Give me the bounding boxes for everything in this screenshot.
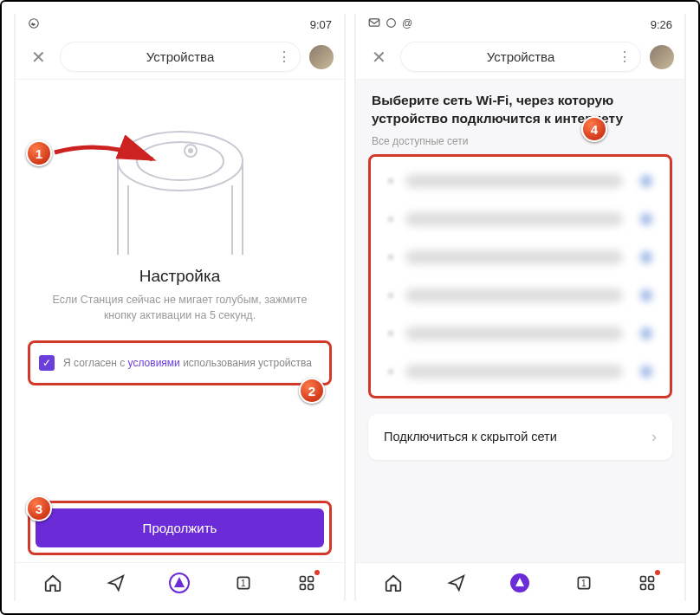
whatsapp-icon	[386, 17, 397, 31]
consent-suffix: использования устройства	[180, 357, 312, 369]
page-title-pill[interactable]: Устройства ⋮	[60, 42, 301, 72]
terms-link[interactable]: условиями	[128, 357, 180, 369]
more-icon[interactable]: ⋮	[277, 49, 291, 65]
phone-left: 9:07 ✕ Устройства ⋮ Настройка Если С	[14, 14, 346, 601]
avatar[interactable]	[650, 45, 674, 69]
setup-description: Если Станция сейчас не мигает голубым, з…	[16, 286, 344, 335]
wifi-row[interactable]	[373, 353, 668, 391]
svg-rect-18	[649, 585, 654, 590]
tutorial-container: 9:07 ✕ Устройства ⋮ Настройка Если С	[0, 0, 700, 615]
phone-right: @ 9:26 ✕ Устройства ⋮ Выберите сеть Wi-F…	[354, 14, 686, 601]
send-icon[interactable]	[105, 572, 127, 594]
alice-icon[interactable]	[509, 572, 531, 594]
spacer	[16, 391, 344, 501]
apps-icon[interactable]	[636, 572, 658, 594]
bottom-nav: 1	[356, 562, 684, 601]
svg-rect-15	[641, 577, 646, 582]
content-right: Выберите сеть Wi-Fi, через которую устро…	[356, 80, 684, 601]
svg-point-0	[29, 18, 39, 28]
more-icon[interactable]: ⋮	[618, 49, 632, 65]
step-badge-2: 2	[299, 378, 325, 404]
consent-checkbox[interactable]: ✓	[39, 355, 55, 371]
mail-icon	[368, 17, 380, 31]
step-badge-4: 4	[581, 116, 607, 142]
device-illustration	[94, 100, 267, 256]
wifi-row[interactable]	[373, 314, 668, 353]
hidden-network-label: Подключиться к скрытой сети	[384, 430, 557, 443]
svg-point-12	[387, 19, 396, 28]
bottom-nav: 1	[16, 562, 344, 601]
consent-text: Я согласен с условиями использования уст…	[63, 357, 312, 369]
app-bar: ✕ Устройства ⋮	[356, 35, 684, 80]
svg-rect-11	[369, 19, 379, 26]
hidden-network-button[interactable]: Подключиться к скрытой сети ›	[368, 414, 672, 460]
close-icon[interactable]: ✕	[26, 43, 51, 71]
wifi-row[interactable]	[373, 200, 668, 238]
continue-button[interactable]: Продолжить	[36, 508, 324, 547]
svg-rect-17	[641, 585, 646, 590]
arrow-1	[50, 135, 163, 178]
continue-highlight: Продолжить	[28, 501, 332, 555]
alice-icon[interactable]	[168, 572, 191, 594]
wifi-row[interactable]	[373, 162, 668, 200]
setup-title: Настройка	[16, 267, 344, 286]
send-icon[interactable]	[445, 572, 468, 594]
wifi-heading: Выберите сеть Wi-Fi, через которую устро…	[356, 80, 684, 135]
svg-rect-8	[308, 577, 314, 582]
home-icon[interactable]	[42, 572, 64, 594]
svg-rect-10	[308, 585, 314, 590]
svg-point-4	[188, 148, 193, 153]
wifi-row[interactable]	[373, 276, 668, 314]
close-icon[interactable]: ✕	[366, 43, 392, 71]
status-bar: @ 9:26	[356, 14, 684, 35]
wifi-subheading: Все доступные сети	[356, 135, 684, 151]
status-time: 9:07	[310, 18, 332, 31]
chevron-right-icon: ›	[651, 428, 657, 446]
spacer	[356, 467, 684, 562]
consent-row[interactable]: ✓ Я согласен с условиями использования у…	[28, 340, 332, 385]
home-icon[interactable]	[382, 572, 405, 594]
avatar[interactable]	[309, 45, 334, 69]
consent-prefix: Я согласен с	[63, 357, 128, 369]
status-time: 9:26	[651, 18, 672, 31]
page-title: Устройства	[146, 49, 214, 64]
svg-rect-16	[649, 577, 654, 582]
wifi-row[interactable]	[373, 238, 668, 276]
step-badge-3: 3	[26, 495, 52, 521]
svg-rect-7	[301, 577, 306, 582]
step-badge-1: 1	[26, 140, 52, 166]
apps-icon[interactable]	[295, 572, 318, 594]
whatsapp-icon	[28, 17, 40, 32]
tabs-icon[interactable]: 1	[573, 572, 595, 594]
status-icons: @	[368, 17, 412, 31]
svg-rect-9	[301, 585, 306, 590]
page-title-pill[interactable]: Устройства ⋮	[400, 42, 641, 72]
wifi-list	[368, 154, 672, 398]
app-bar: ✕ Устройства ⋮	[16, 35, 344, 80]
status-bar: 9:07	[16, 14, 344, 35]
status-icons	[28, 17, 40, 32]
at-icon: @	[402, 17, 412, 31]
tabs-icon[interactable]: 1	[232, 572, 255, 594]
page-title: Устройства	[487, 49, 554, 64]
